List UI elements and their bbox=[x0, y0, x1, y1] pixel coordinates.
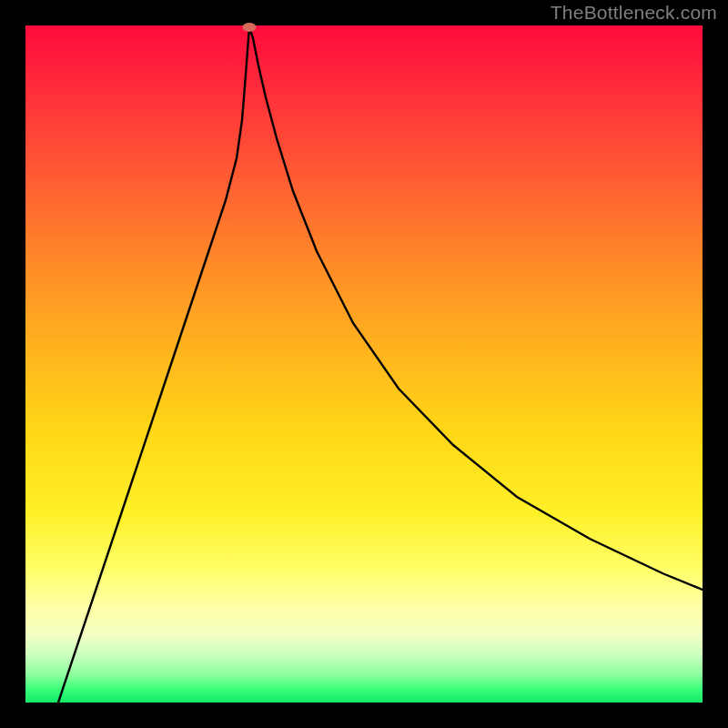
bottleneck-curve-path bbox=[58, 27, 703, 703]
watermark-text: TheBottleneck.com bbox=[551, 2, 717, 24]
chart-curve-layer bbox=[25, 25, 703, 703]
chart-plot-area bbox=[25, 25, 703, 703]
minimum-marker-dot bbox=[243, 23, 257, 32]
